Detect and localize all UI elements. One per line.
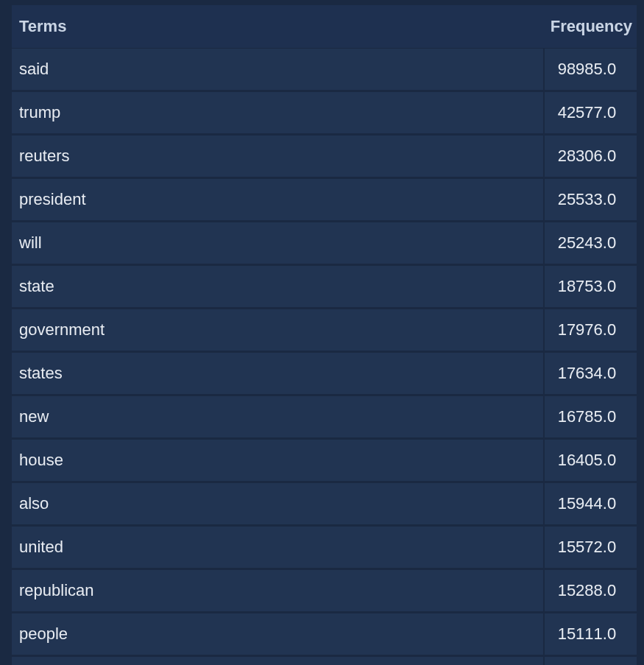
term-cell: also <box>12 483 543 526</box>
frequency-cell: 98985.0 <box>543 49 637 91</box>
frequency-table: Terms Frequency said98985.0trump42577.0r… <box>12 4 637 665</box>
term-cell: said <box>12 49 543 91</box>
term-cell: president <box>12 179 543 222</box>
table-row: republican15288.0 <box>12 570 637 613</box>
frequency-cell: 25243.0 <box>543 222 637 265</box>
term-cell: trump <box>12 92 543 135</box>
frequency-cell: 18753.0 <box>543 266 637 309</box>
frequency-cell: 16785.0 <box>543 396 637 439</box>
table-row: people15111.0 <box>12 613 637 656</box>
table-row: also15944.0 <box>12 483 637 526</box>
table-row: said98985.0 <box>12 49 637 91</box>
terms-column-header[interactable]: Terms <box>12 5 543 48</box>
term-cell: republican <box>12 570 543 613</box>
table-row: president25533.0 <box>12 179 637 222</box>
term-cell: new <box>12 396 543 439</box>
frequency-cell: 15111.0 <box>543 613 637 656</box>
frequency-column-header[interactable]: Frequency <box>543 5 637 48</box>
term-cell: told <box>12 657 543 665</box>
frequency-cell: 14242.0 <box>543 657 637 665</box>
table-row: reuters28306.0 <box>12 136 637 178</box>
term-cell: reuters <box>12 136 543 178</box>
frequency-cell: 42577.0 <box>543 92 637 135</box>
frequency-cell: 15288.0 <box>543 570 637 613</box>
table-row: state18753.0 <box>12 266 637 309</box>
frequency-cell: 16405.0 <box>543 440 637 482</box>
table-row: told14242.0 <box>12 657 637 665</box>
frequency-cell: 15572.0 <box>543 527 637 569</box>
term-cell: states <box>12 353 543 395</box>
frequency-cell: 25533.0 <box>543 179 637 222</box>
term-cell: will <box>12 222 543 265</box>
table-row: will25243.0 <box>12 222 637 265</box>
table-row: trump42577.0 <box>12 92 637 135</box>
table-row: house16405.0 <box>12 440 637 482</box>
frequency-cell: 28306.0 <box>543 136 637 178</box>
term-cell: house <box>12 440 543 482</box>
table-body: said98985.0trump42577.0reuters28306.0pre… <box>12 49 637 665</box>
table-row: united15572.0 <box>12 527 637 569</box>
table-row: states17634.0 <box>12 353 637 395</box>
term-cell: government <box>12 309 543 352</box>
frequency-cell: 17634.0 <box>543 353 637 395</box>
term-cell: state <box>12 266 543 309</box>
frequency-cell: 17976.0 <box>543 309 637 352</box>
table-row: new16785.0 <box>12 396 637 439</box>
table-header-row: Terms Frequency <box>12 5 637 48</box>
term-cell: united <box>12 527 543 569</box>
frequency-cell: 15944.0 <box>543 483 637 526</box>
frequency-table-container: Terms Frequency said98985.0trump42577.0r… <box>12 4 637 665</box>
term-cell: people <box>12 613 543 656</box>
table-row: government17976.0 <box>12 309 637 352</box>
